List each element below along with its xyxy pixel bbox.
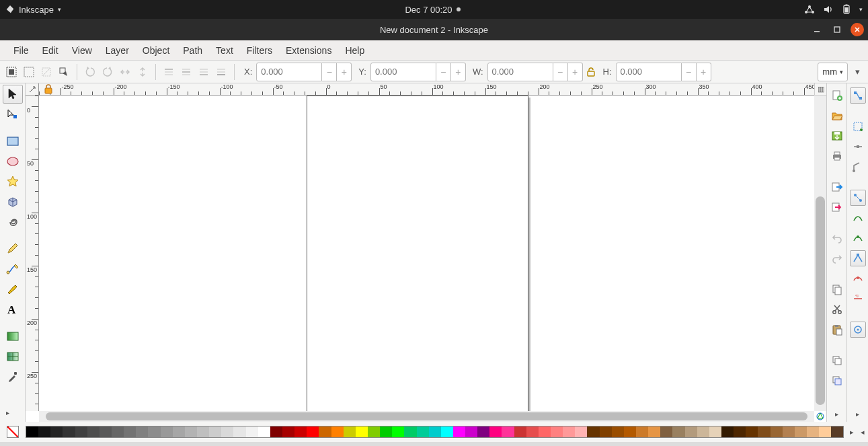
snap-bbox-button[interactable] <box>850 118 866 135</box>
raise-to-top-button[interactable] <box>161 65 176 79</box>
x-increment-button[interactable]: + <box>337 63 352 81</box>
rectangle-tool[interactable] <box>3 132 23 151</box>
color-swatch[interactable] <box>258 426 270 437</box>
color-swatch[interactable] <box>807 426 819 437</box>
horizontal-scrollbar[interactable] <box>39 411 814 422</box>
color-swatch[interactable] <box>489 426 502 437</box>
print-button[interactable] <box>829 148 845 164</box>
battery-icon[interactable] <box>842 4 851 15</box>
color-swatch[interactable] <box>50 426 63 437</box>
import-button[interactable] <box>829 179 845 195</box>
color-swatch[interactable] <box>453 426 465 437</box>
color-swatch[interactable] <box>429 426 441 437</box>
color-swatch[interactable] <box>344 426 356 437</box>
duplicate-button[interactable] <box>829 352 845 369</box>
color-swatch[interactable] <box>672 426 684 437</box>
color-swatch[interactable] <box>514 426 526 437</box>
color-swatch[interactable] <box>587 426 599 437</box>
menu-help[interactable]: Help <box>338 45 371 56</box>
color-swatch[interactable] <box>721 426 734 437</box>
color-swatch[interactable] <box>795 426 807 437</box>
color-swatch[interactable] <box>636 426 648 437</box>
color-swatch[interactable] <box>319 426 331 437</box>
mesh-tool[interactable] <box>3 347 23 366</box>
color-swatch[interactable] <box>173 426 185 437</box>
color-swatch[interactable] <box>441 426 453 437</box>
color-swatch[interactable] <box>100 426 112 437</box>
color-swatch[interactable] <box>771 426 783 437</box>
color-swatch[interactable] <box>502 426 514 437</box>
menu-layer[interactable]: Layer <box>99 45 136 56</box>
app-menu-label[interactable]: Inkscape <box>19 5 54 15</box>
color-swatch[interactable] <box>746 426 758 437</box>
menu-file[interactable]: File <box>7 45 36 56</box>
color-swatch[interactable] <box>148 426 160 437</box>
color-managed-view-icon[interactable] <box>814 411 826 422</box>
y-input[interactable] <box>370 63 436 81</box>
palette-menu-button[interactable]: ◂ <box>857 428 868 437</box>
color-swatch[interactable] <box>197 426 209 437</box>
h-increment-button[interactable]: + <box>697 63 711 81</box>
color-swatch[interactable] <box>526 426 539 437</box>
menu-view[interactable]: View <box>65 45 99 56</box>
vertical-ruler[interactable]: 050100150200250300 <box>26 96 39 411</box>
color-swatch[interactable] <box>87 426 100 437</box>
rotate-ccw-button[interactable] <box>83 65 97 79</box>
paste-button[interactable] <box>829 322 845 338</box>
color-swatch[interactable] <box>831 426 843 437</box>
color-swatch[interactable] <box>63 426 75 437</box>
volume-icon[interactable] <box>823 5 834 14</box>
redo-button[interactable] <box>829 250 845 266</box>
calligraphy-tool[interactable] <box>3 280 23 299</box>
lower-to-bottom-button[interactable] <box>214 65 229 79</box>
color-swatch[interactable] <box>233 426 245 437</box>
snap-bbox-edge-button[interactable] <box>850 139 866 155</box>
node-tool[interactable] <box>3 105 23 124</box>
color-swatch[interactable] <box>75 426 87 437</box>
menu-edit[interactable]: Edit <box>36 45 65 56</box>
color-swatch[interactable] <box>404 426 416 437</box>
x-decrement-button[interactable]: − <box>322 63 337 81</box>
color-swatch[interactable] <box>185 426 197 437</box>
window-maximize-button[interactable] <box>830 23 844 36</box>
snap-bbox-corner-button[interactable] <box>850 159 866 175</box>
w-decrement-button[interactable]: − <box>553 63 568 81</box>
snap-others-button[interactable] <box>850 322 866 338</box>
flip-horizontal-button[interactable] <box>118 65 132 79</box>
system-menu-caret-icon[interactable]: ▾ <box>859 6 863 13</box>
raise-button[interactable] <box>179 65 194 79</box>
color-swatch[interactable] <box>758 426 770 437</box>
color-swatch[interactable] <box>270 426 282 437</box>
deselect-button[interactable] <box>39 65 54 79</box>
flip-vertical-button[interactable] <box>135 65 150 79</box>
color-swatch[interactable] <box>563 426 575 437</box>
vertical-scrollbar[interactable] <box>814 96 826 411</box>
clone-button[interactable] <box>829 373 845 389</box>
lower-button[interactable] <box>196 65 211 79</box>
color-swatch[interactable] <box>819 426 831 437</box>
toggle-selection-box-button[interactable] <box>56 65 71 79</box>
gradient-tool[interactable] <box>3 327 23 346</box>
window-minimize-button[interactable] <box>810 23 824 36</box>
color-swatch[interactable] <box>282 426 294 437</box>
color-swatch[interactable] <box>551 426 563 437</box>
color-swatch[interactable] <box>368 426 380 437</box>
snap-overflow-button[interactable]: ▸ <box>850 406 866 422</box>
y-increment-button[interactable]: + <box>451 63 466 81</box>
menu-object[interactable]: Object <box>136 45 176 56</box>
menu-text[interactable]: Text <box>209 45 240 56</box>
cut-button[interactable] <box>829 301 845 318</box>
color-swatch[interactable] <box>783 426 795 437</box>
guides-menu-button[interactable]: ▥ <box>814 83 826 96</box>
rotate-cw-button[interactable] <box>100 65 115 79</box>
undo-button[interactable] <box>829 230 845 246</box>
color-swatch[interactable] <box>26 426 38 437</box>
color-swatch[interactable] <box>331 426 344 437</box>
select-all-button[interactable] <box>4 65 19 79</box>
snap-nodes-button[interactable] <box>850 190 866 206</box>
palette-scroll-button[interactable]: ▸ <box>846 428 857 437</box>
horizontal-ruler[interactable]: -250-200-150-100-50050100150200250300350… <box>39 83 814 96</box>
export-button[interactable] <box>829 199 845 215</box>
vertical-scroll-thumb[interactable] <box>816 196 825 405</box>
copy-button[interactable] <box>829 281 845 297</box>
